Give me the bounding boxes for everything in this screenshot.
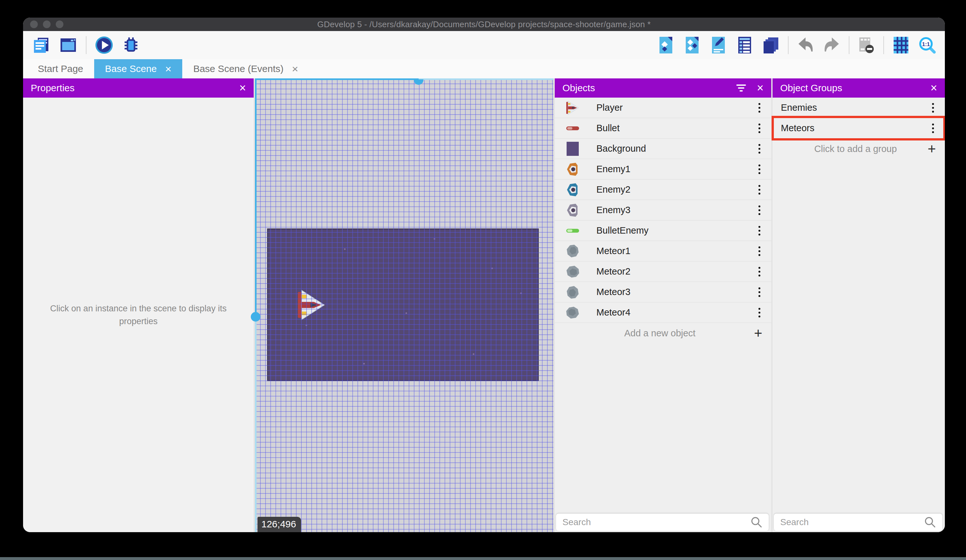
star-dot — [520, 293, 522, 294]
bulletenemy-object-icon — [566, 224, 580, 238]
zoom-1-1-icon[interactable]: 1:1 — [918, 36, 936, 54]
tab-label: Base Scene (Events) — [193, 63, 283, 74]
add-object-label: Add a new object — [566, 328, 754, 339]
scene-editor-icon[interactable] — [59, 36, 77, 54]
player-instance[interactable] — [298, 290, 325, 320]
object-menu-button[interactable] — [757, 265, 762, 278]
selection-handle-left[interactable] — [251, 312, 260, 322]
properties-panel: Properties × Click on an instance in the… — [23, 79, 254, 532]
object-row-bulletenemy[interactable]: BulletEnemy — [555, 221, 771, 241]
object-row-enemy1[interactable]: Enemy1 — [555, 159, 771, 180]
add-object-icon[interactable] — [657, 36, 675, 54]
group-row-enemies[interactable]: Enemies — [772, 98, 945, 118]
close-panel-icon[interactable]: × — [930, 82, 937, 94]
toolbar-separator — [849, 36, 849, 54]
minimize-window-icon[interactable] — [43, 20, 51, 28]
main-toolbar: 1:1 — [23, 31, 945, 59]
enemy3-object-icon — [566, 203, 580, 217]
group-menu-button[interactable] — [930, 121, 936, 135]
project-manager-icon[interactable] — [32, 36, 51, 54]
object-row-enemy3[interactable]: Enemy3 — [555, 200, 771, 221]
preview-play-icon[interactable] — [95, 36, 113, 54]
object-menu-button[interactable] — [757, 121, 762, 135]
group-menu-button[interactable] — [930, 101, 936, 115]
object-menu-button[interactable] — [757, 244, 762, 258]
meteor3-object-icon — [566, 285, 580, 299]
groups-search-box[interactable] — [774, 514, 942, 531]
close-panel-icon[interactable]: × — [239, 82, 246, 94]
debug-icon[interactable] — [122, 36, 140, 54]
object-menu-button[interactable] — [757, 224, 762, 237]
add-group-button[interactable]: + — [928, 142, 936, 156]
object-row-meteor4[interactable]: Meteor4 — [555, 302, 771, 323]
maximize-window-icon[interactable] — [56, 20, 63, 28]
toggle-grid-icon[interactable] — [892, 36, 910, 54]
groups-search-input[interactable] — [780, 517, 924, 527]
object-row-meteor3[interactable]: Meteor3 — [555, 282, 771, 302]
tab-start-page[interactable]: Start Page — [27, 59, 94, 79]
close-window-icon[interactable] — [30, 20, 38, 28]
object-row-meteor1[interactable]: Meteor1 — [555, 241, 771, 262]
object-menu-button[interactable] — [757, 285, 762, 299]
star-dot — [344, 248, 346, 250]
group-row-meteors[interactable]: Meteors — [772, 118, 945, 139]
cursor-coordinates-badge: 126;496 — [258, 517, 301, 532]
redo-icon[interactable] — [823, 36, 841, 54]
properties-panel-header: Properties × — [23, 79, 254, 98]
meteor2-object-icon — [566, 265, 580, 279]
groups-panel-empty-area — [772, 159, 945, 532]
objects-panel-header: Objects × — [555, 79, 771, 98]
window-title: GDevelop 5 - /Users/dkarakay/Documents/G… — [317, 20, 651, 29]
meteor4-object-icon — [566, 306, 580, 320]
edit-object-groups-icon[interactable] — [683, 36, 702, 54]
object-menu-button[interactable] — [757, 101, 762, 115]
object-menu-button[interactable] — [757, 306, 762, 319]
close-tab-icon[interactable]: × — [292, 63, 298, 74]
desktop-background: GDevelop 5 - /Users/dkarakay/Documents/G… — [0, 0, 966, 560]
enemy1-object-icon — [566, 162, 580, 176]
object-row-meteor2[interactable]: Meteor2 — [555, 262, 771, 282]
star-dot — [406, 312, 407, 314]
objects-panel-title: Objects — [562, 83, 595, 93]
objects-search-box[interactable] — [556, 514, 769, 531]
object-menu-button[interactable] — [757, 162, 762, 176]
object-menu-button[interactable] — [757, 203, 762, 217]
add-group-row[interactable]: Click to add a group + — [772, 139, 945, 159]
tab-base-scene[interactable]: Base Scene × — [94, 59, 182, 79]
star-dot — [491, 267, 493, 269]
undo-icon[interactable] — [796, 36, 815, 54]
filter-icon[interactable] — [736, 85, 746, 92]
edit-scene-properties-icon[interactable] — [709, 36, 728, 54]
close-panel-icon[interactable]: × — [757, 82, 764, 94]
selection-edge-left — [255, 79, 256, 317]
object-groups-panel-title: Object Groups — [780, 83, 842, 93]
object-row-player[interactable]: Player — [555, 98, 771, 118]
tab-base-scene-events[interactable]: Base Scene (Events) × — [182, 59, 309, 79]
object-row-background[interactable]: Background — [555, 139, 771, 159]
objects-search-input[interactable] — [562, 517, 750, 527]
object-menu-button[interactable] — [757, 183, 762, 196]
star-dot — [473, 353, 474, 355]
traffic-light-buttons[interactable] — [30, 20, 63, 28]
close-tab-icon[interactable]: × — [165, 63, 172, 74]
selection-edge-left-faint — [255, 317, 256, 532]
toggle-mask-icon[interactable] — [857, 36, 876, 54]
tab-label: Base Scene — [105, 63, 157, 74]
meteor1-object-icon — [566, 244, 580, 258]
toolbar-separator — [883, 36, 884, 54]
object-menu-button[interactable] — [757, 142, 762, 156]
add-object-row[interactable]: Add a new object + — [555, 323, 771, 343]
selection-handle-top[interactable] — [414, 79, 424, 85]
tab-label: Start Page — [38, 63, 83, 74]
open-instances-list-icon[interactable] — [735, 36, 754, 54]
object-row-enemy2[interactable]: Enemy2 — [555, 180, 771, 200]
object-row-bullet[interactable]: Bullet — [555, 118, 771, 139]
star-dot — [434, 238, 435, 240]
player-object-icon — [566, 101, 580, 115]
scene-canvas[interactable]: 126;496 — [255, 79, 554, 532]
search-icon — [750, 516, 763, 529]
open-layers-icon[interactable] — [762, 36, 780, 54]
add-object-button[interactable]: + — [754, 326, 762, 340]
title-bar: GDevelop 5 - /Users/dkarakay/Documents/G… — [23, 18, 945, 31]
editor-tab-bar: Start Page Base Scene × Base Scene (Even… — [23, 59, 945, 79]
